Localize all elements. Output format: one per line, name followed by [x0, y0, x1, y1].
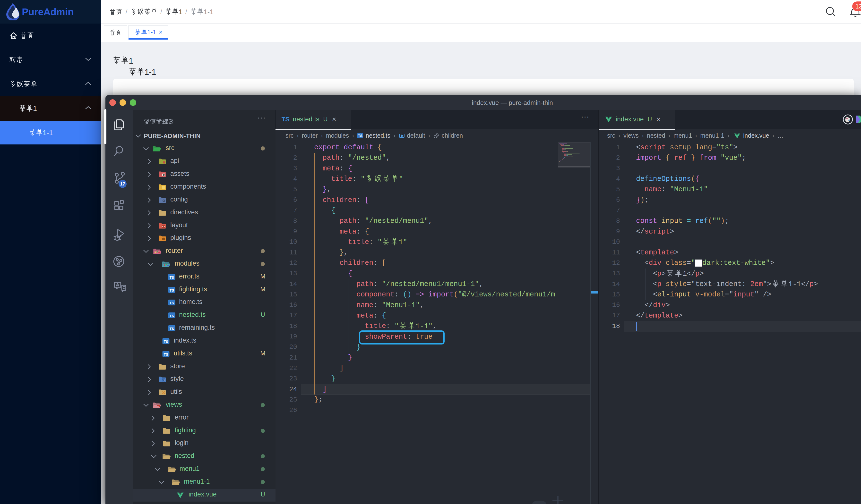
svg-text:<>: <> — [162, 226, 165, 228]
svg-text:TS: TS — [169, 289, 174, 292]
svg-text:<>: <> — [157, 405, 159, 407]
svg-text:TS: TS — [169, 314, 174, 318]
svg-text:TS: TS — [164, 340, 168, 344]
svg-text:{}: {} — [162, 379, 165, 382]
svg-text:TS: TS — [169, 301, 174, 305]
svg-text:TS: TS — [169, 327, 174, 331]
svg-text:TS: TS — [164, 352, 168, 356]
svg-text:TS: TS — [169, 276, 174, 279]
